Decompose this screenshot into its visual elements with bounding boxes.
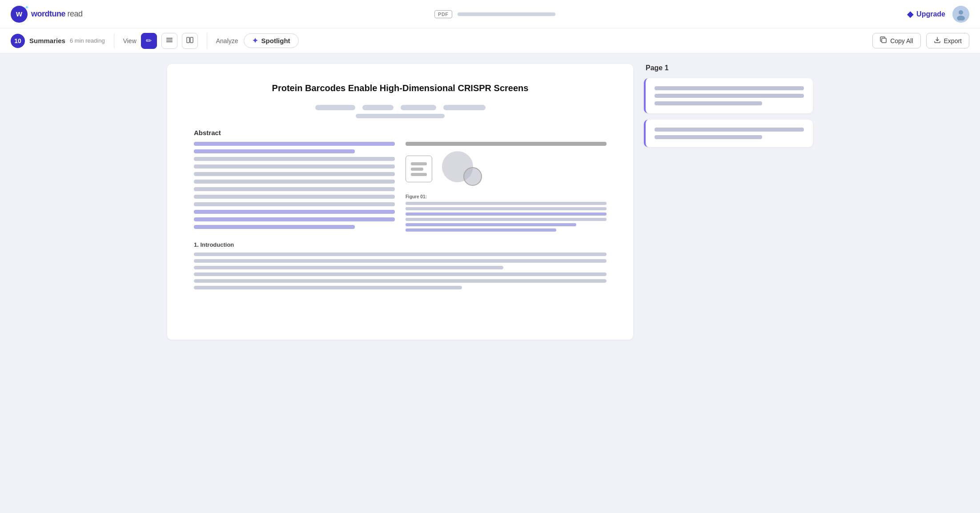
- figure-col: Figure 01:: [406, 142, 606, 232]
- author-chip: [401, 105, 436, 110]
- text-line: [194, 202, 395, 206]
- abstract-columns: Figure 01:: [194, 142, 606, 232]
- intro-line: [194, 286, 462, 289]
- upgrade-button[interactable]: ◆ Upgrade: [907, 9, 945, 19]
- intro-line: [194, 259, 606, 263]
- intro-line: [194, 266, 503, 269]
- svg-point-0: [959, 10, 963, 15]
- text-line: [194, 187, 395, 191]
- summary-card: [644, 120, 813, 147]
- analyze-section: Analyze ✦ Spotlight: [207, 33, 308, 48]
- text-line: [194, 142, 395, 146]
- logo-text: wordtune read: [31, 9, 83, 19]
- toolbar: 10 Summaries 6 min reading View ✏: [0, 28, 980, 53]
- sidebar-page-label: Page 1: [644, 64, 813, 72]
- main-content: Protein Barcodes Enable High-Dimensional…: [157, 53, 823, 350]
- intro-lines: [194, 252, 606, 289]
- author-row: [194, 105, 606, 110]
- sidebar: Page 1: [644, 64, 813, 340]
- svg-rect-4: [166, 41, 173, 42]
- text-line: [194, 225, 355, 229]
- export-button[interactable]: Export: [926, 33, 969, 48]
- columns-icon: [186, 36, 194, 46]
- text-line: [194, 164, 395, 168]
- text-line: [194, 210, 395, 214]
- abstract-section: Abstract: [194, 129, 606, 232]
- view-list-button[interactable]: [161, 33, 177, 49]
- circle-small: [463, 167, 482, 186]
- export-icon: [934, 36, 941, 45]
- affiliation-chip: [356, 114, 445, 118]
- intro-line: [194, 279, 606, 283]
- figure-diagram: [406, 151, 606, 187]
- summary-card: [644, 78, 813, 113]
- author-chip: [315, 105, 355, 110]
- analyze-label: Analyze: [216, 37, 238, 44]
- svg-rect-5: [187, 37, 189, 43]
- svg-rect-2: [166, 38, 173, 39]
- logo-area: w ✦ wordtune read: [11, 6, 83, 23]
- text-line: [194, 195, 395, 199]
- header: w ✦ wordtune read PDF ◆ Upgrade: [0, 0, 980, 28]
- caption-lines: [406, 202, 606, 232]
- svg-rect-7: [882, 38, 886, 43]
- pencil-icon: ✏: [146, 36, 152, 45]
- avatar-icon: [955, 8, 967, 20]
- intro-line: [194, 252, 606, 256]
- spotlight-icon: ✦: [252, 36, 258, 45]
- author-chip: [362, 105, 394, 110]
- text-line: [194, 180, 395, 184]
- text-line: [194, 217, 395, 221]
- affiliation-row: [194, 114, 606, 118]
- figure-caption-label: Figure 01:: [406, 194, 427, 199]
- reading-time: 6 min reading: [70, 37, 105, 44]
- paper-title: Protein Barcodes Enable High-Dimensional…: [194, 82, 606, 94]
- author-chip: [443, 105, 486, 110]
- header-center: PDF: [83, 10, 908, 18]
- svg-rect-6: [190, 37, 193, 43]
- list-icon: [165, 36, 173, 46]
- summaries-section: 10 Summaries 6 min reading: [11, 34, 114, 48]
- text-line: [194, 172, 395, 176]
- abstract-text-col: [194, 142, 395, 232]
- copy-all-button[interactable]: Copy All: [872, 33, 920, 48]
- copy-icon: [880, 36, 887, 45]
- logo-icon: w ✦: [11, 6, 28, 23]
- figure-top-line: [406, 142, 606, 146]
- view-edit-button[interactable]: ✏: [141, 33, 157, 49]
- summary-lines: [655, 86, 804, 105]
- fig-lines: [411, 162, 427, 176]
- pdf-badge: PDF: [434, 10, 452, 18]
- svg-rect-3: [166, 40, 173, 40]
- figure-caption-area: Figure 01:: [406, 192, 606, 232]
- abstract-title: Abstract: [194, 129, 606, 136]
- progress-bar: [458, 12, 555, 16]
- circles-group: [438, 151, 482, 187]
- spotlight-button[interactable]: ✦ Spotlight: [244, 33, 299, 48]
- toolbar-right: Copy All Export: [872, 33, 969, 48]
- view-label: View: [123, 37, 137, 44]
- view-section: View ✏: [114, 33, 207, 49]
- header-right: ◆ Upgrade: [907, 6, 969, 23]
- pdf-viewer: Protein Barcodes Enable High-Dimensional…: [167, 64, 633, 340]
- avatar[interactable]: [952, 6, 969, 23]
- text-line: [194, 157, 395, 161]
- intro-title: 1. Introduction: [194, 241, 606, 248]
- logo-star: ✦: [25, 5, 28, 10]
- view-columns-button[interactable]: [182, 33, 198, 49]
- diamond-icon: ◆: [907, 9, 913, 19]
- fig-box: [406, 156, 432, 182]
- summaries-label: Summaries: [29, 37, 65, 44]
- intro-line: [194, 273, 606, 276]
- text-line: [194, 149, 355, 153]
- count-badge: 10: [11, 34, 25, 48]
- svg-point-1: [957, 16, 965, 20]
- summary-lines: [655, 128, 804, 139]
